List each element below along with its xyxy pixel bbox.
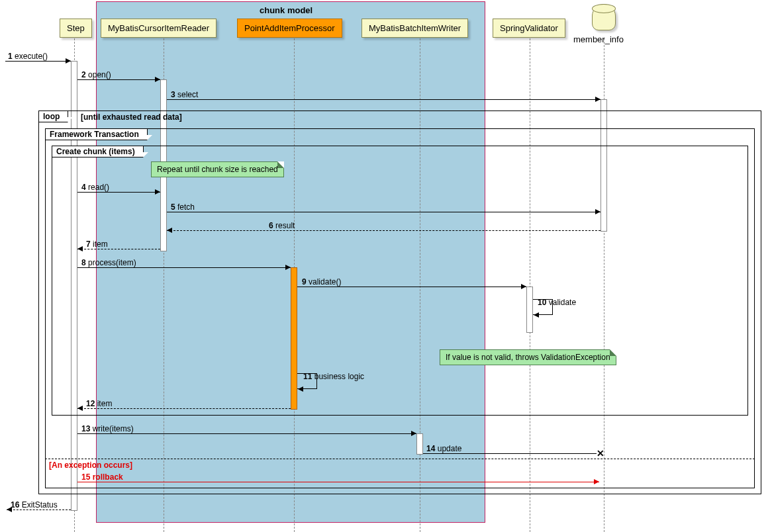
participant-writer: MyBatisBatchItemWriter xyxy=(361,19,468,38)
guard-separator xyxy=(45,459,755,459)
arrow-execute xyxy=(5,61,71,62)
arrow-validate9 xyxy=(297,287,526,287)
msg-3: 3 select xyxy=(171,90,198,99)
arrow-result xyxy=(167,230,601,231)
msg-4: 4 read() xyxy=(81,183,109,192)
participant-reader: MyBatisCursorItemReader xyxy=(101,19,217,38)
arrow-select xyxy=(167,99,601,100)
arrow-fetch xyxy=(167,212,601,212)
arrow-rollback xyxy=(77,482,599,482)
arrow-update xyxy=(423,453,597,454)
note-invalid: If value is not valid, throws Validation… xyxy=(440,349,616,365)
chunk-model-title: chunk model xyxy=(260,5,313,15)
msg-13: 13 write(items) xyxy=(81,424,134,433)
arrowhead-9 xyxy=(521,284,526,289)
fragment-chunk: Create chunk (items) xyxy=(52,146,748,416)
arrowhead-4 xyxy=(155,189,160,195)
participant-step: Step xyxy=(60,19,92,38)
msg-10: 10 validate xyxy=(538,298,576,307)
arrowhead-7 xyxy=(77,246,83,251)
msg-5: 5 fetch xyxy=(171,202,195,212)
msg-1: 1 execute() xyxy=(8,52,48,61)
fragment-loop-label: loop xyxy=(39,111,68,122)
arrowhead-1 xyxy=(66,58,71,64)
msg-12: 12 item xyxy=(86,399,112,408)
arrowhead-8 xyxy=(285,265,291,270)
arrow-exitstatus xyxy=(7,510,71,510)
participant-validator: SpringValidator xyxy=(493,19,565,38)
fragment-loop-cond: [until exhausted read data] xyxy=(81,112,182,122)
arrowhead-10 xyxy=(534,312,539,318)
msg-15: 15 rollback xyxy=(81,472,123,482)
msg-8: 8 process(item) xyxy=(81,258,136,267)
arrow-process xyxy=(77,267,291,268)
arrow-open xyxy=(77,79,160,80)
msg-11: 11 business logic xyxy=(303,372,364,381)
arrowhead-12 xyxy=(77,406,83,411)
fragment-chunk-label: Create chunk (items) xyxy=(52,146,144,157)
arrowhead-3 xyxy=(595,97,601,102)
msg-7: 7 item xyxy=(86,240,108,249)
arrowhead-15 xyxy=(594,479,599,484)
sequence-diagram: chunk model Step MyBatisCursorItemReader… xyxy=(0,0,770,532)
arrow-item12 xyxy=(77,408,291,409)
participant-database: member_info xyxy=(592,4,616,30)
arrowhead-13 xyxy=(411,431,416,436)
msg-16: 16 ExitStatus xyxy=(11,500,58,510)
arrow-write xyxy=(77,433,416,434)
participant-processor: PointAddItemProcessor xyxy=(237,19,342,38)
msg-2: 2 open() xyxy=(81,70,111,79)
arrowhead-2 xyxy=(155,77,160,82)
msg-9: 9 validate() xyxy=(302,277,341,287)
fragment-tx-label: Framework Transaction xyxy=(46,129,148,140)
msg-14: 14 update xyxy=(426,444,461,453)
note-repeat: Repeat until chunk size is reached xyxy=(151,161,284,177)
arrowhead-5 xyxy=(595,209,601,214)
arrowhead-6 xyxy=(167,228,172,233)
arrow-item7 xyxy=(77,249,160,249)
msg-6: 6 result xyxy=(269,221,295,230)
x-end-14: ✕ xyxy=(597,448,604,459)
database-label: member_info xyxy=(573,34,624,44)
arrow-read xyxy=(77,192,160,193)
arrowhead-11 xyxy=(298,386,303,392)
guard-exception: [An exception occurs] xyxy=(49,461,132,470)
